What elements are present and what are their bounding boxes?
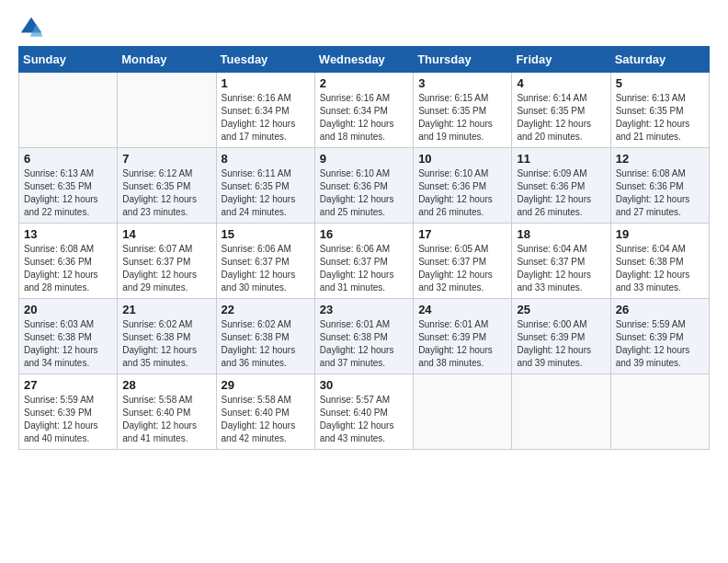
day-info: Sunrise: 6:06 AM Sunset: 6:37 PM Dayligh…: [320, 243, 408, 294]
logo: [18, 15, 48, 40]
day-number: 25: [517, 303, 605, 316]
day-info: Sunrise: 6:16 AM Sunset: 6:34 PM Dayligh…: [222, 92, 310, 144]
calendar-week-row: 13Sunrise: 6:08 AM Sunset: 6:36 PM Dayli…: [19, 224, 710, 299]
calendar-cell: 18Sunrise: 6:04 AM Sunset: 6:37 PM Dayli…: [512, 224, 610, 299]
day-number: 4: [517, 76, 605, 90]
day-number: 11: [517, 152, 605, 166]
day-info: Sunrise: 5:58 AM Sunset: 6:40 PM Dayligh…: [122, 394, 210, 445]
logo-icon: [18, 15, 44, 40]
day-info: Sunrise: 6:14 AM Sunset: 6:35 PM Dayligh…: [517, 92, 605, 144]
day-number: 9: [320, 152, 408, 166]
calendar-cell: 2Sunrise: 6:16 AM Sunset: 6:34 PM Daylig…: [314, 73, 413, 148]
calendar-cell: 27Sunrise: 5:59 AM Sunset: 6:39 PM Dayli…: [19, 374, 118, 450]
day-number: 7: [122, 152, 210, 166]
day-info: Sunrise: 6:16 AM Sunset: 6:34 PM Dayligh…: [320, 92, 408, 144]
day-info: Sunrise: 5:58 AM Sunset: 6:40 PM Dayligh…: [222, 394, 310, 445]
header: [18, 15, 710, 40]
day-number: 17: [418, 227, 506, 241]
weekday-header-monday: Monday: [118, 47, 216, 73]
day-number: 28: [122, 378, 210, 392]
calendar-cell: 29Sunrise: 5:58 AM Sunset: 6:40 PM Dayli…: [216, 374, 314, 450]
calendar-cell: 3Sunrise: 6:15 AM Sunset: 6:35 PM Daylig…: [414, 73, 512, 148]
calendar-cell: 13Sunrise: 6:08 AM Sunset: 6:36 PM Dayli…: [19, 224, 118, 299]
calendar-cell: 10Sunrise: 6:10 AM Sunset: 6:36 PM Dayli…: [414, 148, 512, 224]
day-number: 16: [320, 227, 408, 241]
calendar-cell: 14Sunrise: 6:07 AM Sunset: 6:37 PM Dayli…: [118, 224, 216, 299]
day-number: 19: [616, 227, 704, 241]
day-info: Sunrise: 6:06 AM Sunset: 6:37 PM Dayligh…: [222, 243, 310, 294]
calendar-cell: [118, 73, 216, 148]
day-info: Sunrise: 6:13 AM Sunset: 6:35 PM Dayligh…: [616, 92, 704, 144]
calendar-cell: 5Sunrise: 6:13 AM Sunset: 6:35 PM Daylig…: [610, 73, 709, 148]
day-info: Sunrise: 6:07 AM Sunset: 6:37 PM Dayligh…: [122, 243, 210, 294]
day-info: Sunrise: 6:01 AM Sunset: 6:38 PM Dayligh…: [320, 318, 408, 370]
weekday-header-saturday: Saturday: [610, 47, 709, 73]
day-info: Sunrise: 6:10 AM Sunset: 6:36 PM Dayligh…: [320, 167, 408, 219]
day-info: Sunrise: 6:02 AM Sunset: 6:38 PM Dayligh…: [122, 318, 210, 370]
day-number: 13: [24, 227, 112, 241]
page: SundayMondayTuesdayWednesdayThursdayFrid…: [0, 0, 728, 563]
weekday-header-wednesday: Wednesday: [314, 47, 413, 73]
day-info: Sunrise: 6:12 AM Sunset: 6:35 PM Dayligh…: [122, 167, 210, 219]
calendar-cell: [512, 374, 610, 450]
day-info: Sunrise: 6:04 AM Sunset: 6:37 PM Dayligh…: [517, 243, 605, 294]
day-info: Sunrise: 6:01 AM Sunset: 6:39 PM Dayligh…: [418, 318, 506, 370]
calendar-cell: 23Sunrise: 6:01 AM Sunset: 6:38 PM Dayli…: [314, 299, 413, 374]
day-number: 2: [320, 76, 408, 90]
weekday-header-row: SundayMondayTuesdayWednesdayThursdayFrid…: [19, 47, 710, 73]
calendar-cell: 30Sunrise: 5:57 AM Sunset: 6:40 PM Dayli…: [314, 374, 413, 450]
day-number: 20: [24, 303, 112, 316]
day-number: 24: [418, 303, 506, 316]
calendar-cell: 9Sunrise: 6:10 AM Sunset: 6:36 PM Daylig…: [314, 148, 413, 224]
calendar-cell: 21Sunrise: 6:02 AM Sunset: 6:38 PM Dayli…: [118, 299, 216, 374]
day-number: 29: [222, 378, 310, 392]
day-info: Sunrise: 6:00 AM Sunset: 6:39 PM Dayligh…: [517, 318, 605, 370]
day-number: 23: [320, 303, 408, 316]
calendar-table: SundayMondayTuesdayWednesdayThursdayFrid…: [18, 46, 710, 450]
day-number: 8: [222, 152, 310, 166]
calendar-cell: 24Sunrise: 6:01 AM Sunset: 6:39 PM Dayli…: [414, 299, 512, 374]
weekday-header-sunday: Sunday: [19, 47, 118, 73]
calendar-week-row: 6Sunrise: 6:13 AM Sunset: 6:35 PM Daylig…: [19, 148, 710, 224]
day-number: 3: [418, 76, 506, 90]
day-info: Sunrise: 6:13 AM Sunset: 6:35 PM Dayligh…: [24, 167, 112, 219]
day-info: Sunrise: 5:57 AM Sunset: 6:40 PM Dayligh…: [320, 394, 408, 445]
day-number: 10: [418, 152, 506, 166]
day-info: Sunrise: 6:08 AM Sunset: 6:36 PM Dayligh…: [24, 243, 112, 294]
calendar-cell: 11Sunrise: 6:09 AM Sunset: 6:36 PM Dayli…: [512, 148, 610, 224]
day-number: 14: [122, 227, 210, 241]
calendar-cell: 12Sunrise: 6:08 AM Sunset: 6:36 PM Dayli…: [610, 148, 709, 224]
day-info: Sunrise: 6:04 AM Sunset: 6:38 PM Dayligh…: [616, 243, 704, 294]
calendar-cell: 15Sunrise: 6:06 AM Sunset: 6:37 PM Dayli…: [216, 224, 314, 299]
calendar-cell: [610, 374, 709, 450]
calendar-cell: 28Sunrise: 5:58 AM Sunset: 6:40 PM Dayli…: [118, 374, 216, 450]
calendar-week-row: 1Sunrise: 6:16 AM Sunset: 6:34 PM Daylig…: [19, 73, 710, 148]
day-number: 18: [517, 227, 605, 241]
calendar-cell: 8Sunrise: 6:11 AM Sunset: 6:35 PM Daylig…: [216, 148, 314, 224]
calendar-cell: 26Sunrise: 5:59 AM Sunset: 6:39 PM Dayli…: [610, 299, 709, 374]
day-info: Sunrise: 6:02 AM Sunset: 6:38 PM Dayligh…: [222, 318, 310, 370]
calendar-cell: 17Sunrise: 6:05 AM Sunset: 6:37 PM Dayli…: [414, 224, 512, 299]
day-number: 1: [222, 76, 310, 90]
calendar-cell: 4Sunrise: 6:14 AM Sunset: 6:35 PM Daylig…: [512, 73, 610, 148]
calendar-cell: [19, 73, 118, 148]
day-number: 26: [616, 303, 704, 316]
day-number: 15: [222, 227, 310, 241]
calendar-cell: 1Sunrise: 6:16 AM Sunset: 6:34 PM Daylig…: [216, 73, 314, 148]
day-number: 6: [24, 152, 112, 166]
day-number: 21: [122, 303, 210, 316]
day-info: Sunrise: 6:08 AM Sunset: 6:36 PM Dayligh…: [616, 167, 704, 219]
day-number: 12: [616, 152, 704, 166]
calendar-cell: 22Sunrise: 6:02 AM Sunset: 6:38 PM Dayli…: [216, 299, 314, 374]
calendar-cell: 7Sunrise: 6:12 AM Sunset: 6:35 PM Daylig…: [118, 148, 216, 224]
day-info: Sunrise: 6:03 AM Sunset: 6:38 PM Dayligh…: [24, 318, 112, 370]
weekday-header-tuesday: Tuesday: [216, 47, 314, 73]
day-number: 5: [616, 76, 704, 90]
day-info: Sunrise: 5:59 AM Sunset: 6:39 PM Dayligh…: [24, 394, 112, 445]
calendar-week-row: 20Sunrise: 6:03 AM Sunset: 6:38 PM Dayli…: [19, 299, 710, 374]
day-info: Sunrise: 6:11 AM Sunset: 6:35 PM Dayligh…: [222, 167, 310, 219]
calendar-cell: [414, 374, 512, 450]
day-number: 22: [222, 303, 310, 316]
day-info: Sunrise: 5:59 AM Sunset: 6:39 PM Dayligh…: [616, 318, 704, 370]
weekday-header-thursday: Thursday: [414, 47, 512, 73]
